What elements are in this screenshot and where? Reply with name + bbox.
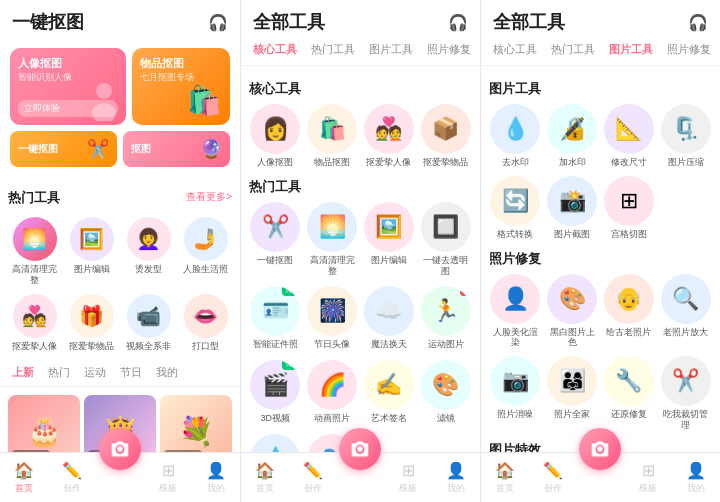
tab-mine[interactable]: 我的 bbox=[152, 363, 182, 382]
nav-template[interactable]: ⊞ 模板 bbox=[144, 460, 192, 495]
tool-goods-cutout[interactable]: 🛍️ 物品抠图 bbox=[306, 104, 359, 168]
tool-circle: ✂️ bbox=[661, 356, 711, 406]
nav-home[interactable]: 🏠 首页 bbox=[0, 460, 48, 495]
tool-compress[interactable]: 🗜️ 图片压缩 bbox=[659, 104, 712, 168]
portrait-banner[interactable]: 人像抠图 智能识别人像 立即体验 bbox=[10, 48, 126, 125]
tool-festival-avatar[interactable]: 🎆 节日头像 bbox=[306, 286, 359, 350]
tool-item[interactable]: 💑 抠爱挚人像 bbox=[8, 294, 61, 352]
cutout-banner[interactable]: 一键抠图 ✂️ bbox=[10, 131, 117, 167]
nav3-profile[interactable]: 👤 我的 bbox=[672, 460, 720, 495]
panel3-title: 全部工具 bbox=[493, 10, 565, 34]
tool-love-goods[interactable]: 📦 抠爱挚物品 bbox=[419, 104, 472, 168]
nav2-edit[interactable]: ✏️ 创作 bbox=[289, 460, 337, 495]
nav3-edit[interactable]: ✏️ 创作 bbox=[529, 460, 577, 495]
tool-3d[interactable]: 🎬 免费 3D视频 bbox=[249, 360, 302, 424]
camera-fab-3[interactable] bbox=[579, 428, 621, 470]
hot-tools-grid: 🌅 高清清理完整 🖼️ 图片编辑 👩‍🦱 烫发型 🤳 人 bbox=[8, 217, 232, 351]
tool-emoji: 💑 bbox=[375, 116, 402, 142]
tool-circle: ⊞ bbox=[604, 176, 654, 226]
tab-hot[interactable]: 热门 bbox=[44, 363, 74, 382]
tool-emoji: 📹 bbox=[136, 304, 161, 328]
see-more-link[interactable]: 查看更多> bbox=[186, 190, 232, 204]
nav3-home[interactable]: 🏠 首页 bbox=[481, 460, 529, 495]
tool-anim-photo[interactable]: 🌈 动画照片 bbox=[306, 360, 359, 424]
tab-festival[interactable]: 节日 bbox=[116, 363, 146, 382]
nav-edit[interactable]: ✏️ 创作 bbox=[48, 460, 96, 495]
tool-add-watermark[interactable]: 🔏 加水印 bbox=[546, 104, 599, 168]
tool-format[interactable]: 🔄 格式转换 bbox=[489, 176, 542, 240]
tool-restore[interactable]: 🔧 还原修复 bbox=[603, 356, 656, 431]
tool-item[interactable]: 👩‍🦱 烫发型 bbox=[122, 217, 175, 286]
tool-circle: 🖼️ bbox=[70, 217, 114, 261]
tab2-core[interactable]: 核心工具 bbox=[249, 40, 301, 59]
nav2-profile[interactable]: 👤 我的 bbox=[432, 460, 480, 495]
nav2-home[interactable]: 🏠 首页 bbox=[241, 460, 289, 495]
headphone-icon-2[interactable]: 🎧 bbox=[448, 12, 468, 32]
tool-art-sign[interactable]: ✍️ 艺术签名 bbox=[363, 360, 416, 424]
bottom-nav-2: 🏠 首页 ✏️ 创作 ⊞ 模板 👤 我的 bbox=[241, 452, 480, 502]
tool-filter[interactable]: 🎨 滤镜 bbox=[419, 360, 472, 424]
tool-onecutout[interactable]: ✂️ 一键抠图 bbox=[249, 202, 302, 277]
tool-label: 3D视频 bbox=[261, 413, 291, 424]
tool-id-photo[interactable]: 🪪 免费 智能证件照 bbox=[249, 286, 302, 350]
tool-circle: 🔏 bbox=[547, 104, 597, 154]
tool-old-photo[interactable]: 👴 给古老照片 bbox=[603, 274, 656, 349]
tab3-core[interactable]: 核心工具 bbox=[489, 40, 541, 59]
tool-crop[interactable]: ✂️ 吃我裁切管理 bbox=[659, 356, 712, 431]
tool-emoji: 🔧 bbox=[615, 368, 642, 394]
nav2-template[interactable]: ⊞ 模板 bbox=[384, 460, 432, 495]
tool-remove-watermark[interactable]: 💧 去水印 bbox=[489, 104, 542, 168]
camera-fab-1[interactable] bbox=[99, 428, 141, 470]
tool-emoji: 🔏 bbox=[559, 116, 586, 142]
core-tools-grid: 👩 人像抠图 🛍️ 物品抠图 💑 抠爱挚人像 📦 抠爱挚物品 bbox=[249, 104, 472, 168]
tool-item[interactable]: 🎁 抠爱挚物品 bbox=[65, 294, 118, 352]
tool-family[interactable]: 👨‍👩‍👧 照片全家 bbox=[546, 356, 599, 431]
tool-transparent[interactable]: 🔲 一键去透明图 bbox=[419, 202, 472, 277]
tool-item[interactable]: 🤳 人脸生活照 bbox=[179, 217, 232, 286]
tool-label: 滤镜 bbox=[437, 413, 455, 424]
tool-item[interactable]: 🖼️ 图片编辑 bbox=[65, 217, 118, 286]
tool-circle: 💑 bbox=[13, 294, 57, 338]
tool-item[interactable]: 📹 视频全系非 bbox=[122, 294, 175, 352]
tool-item[interactable]: 👄 打口型 bbox=[179, 294, 232, 352]
tool-colorize[interactable]: 🎨 黑白图片上色 bbox=[546, 274, 599, 349]
nav-profile[interactable]: 👤 我的 bbox=[192, 460, 240, 495]
tab2-hot[interactable]: 热门工具 bbox=[307, 40, 359, 59]
tool-circle: 🎆 bbox=[307, 286, 357, 336]
tool-face-enhance[interactable]: 👤 人脸美化渲染 bbox=[489, 274, 542, 349]
tool-resize[interactable]: 📐 修改尺寸 bbox=[603, 104, 656, 168]
tab3-restore[interactable]: 照片修复 bbox=[663, 40, 715, 59]
nav3-template[interactable]: ⊞ 模板 bbox=[624, 460, 672, 495]
tool-label: 人脸生活照 bbox=[183, 264, 228, 275]
tool-grid-cut[interactable]: ⊞ 宫格切图 bbox=[603, 176, 656, 240]
tool-screenshot[interactable]: 📸 图片截图 bbox=[546, 176, 599, 240]
headphone-icon-1[interactable]: 🎧 bbox=[208, 12, 228, 32]
tab-sport[interactable]: 运动 bbox=[80, 363, 110, 382]
tab-new[interactable]: 上新 bbox=[8, 363, 38, 382]
camera-fab-2[interactable] bbox=[339, 428, 381, 470]
tool-hd[interactable]: 🌅 高清清理完整 bbox=[306, 202, 359, 277]
tool-circle: 📹 bbox=[127, 294, 171, 338]
tool-love-portrait[interactable]: 💑 抠爱挚人像 bbox=[363, 104, 416, 168]
tool-enlarge[interactable]: 🔍 老照片放大 bbox=[659, 274, 712, 349]
tool-sport[interactable]: 🏃 热 运动图片 bbox=[419, 286, 472, 350]
tool-label: 修改尺寸 bbox=[611, 157, 647, 168]
tool-emoji: 💑 bbox=[22, 304, 47, 328]
headphone-icon-3[interactable]: 🎧 bbox=[688, 12, 708, 32]
tool-circle: 🔧 bbox=[604, 356, 654, 406]
goods-banner[interactable]: 物品抠图 七月抠图专场 🛍️ bbox=[132, 48, 230, 125]
tab3-img[interactable]: 图片工具 bbox=[605, 40, 657, 59]
tool-denoise[interactable]: 📷 照片消噪 bbox=[489, 356, 542, 431]
tool-portrait-cutout[interactable]: 👩 人像抠图 bbox=[249, 104, 302, 168]
tab2-img[interactable]: 图片工具 bbox=[365, 40, 417, 59]
tool-img-edit[interactable]: 🖼️ 图片编辑 bbox=[363, 202, 416, 277]
cutout2-banner[interactable]: 抠图 🔮 bbox=[123, 131, 230, 167]
tool-sky[interactable]: ☁️ 魔法换天 bbox=[363, 286, 416, 350]
nav-home-label: 首页 bbox=[15, 482, 33, 495]
free-badge: 免费 bbox=[282, 286, 300, 296]
tool-circle: 🌅 bbox=[13, 217, 57, 261]
tab3-hot[interactable]: 热门工具 bbox=[547, 40, 599, 59]
tool-item[interactable]: 🌅 高清清理完整 bbox=[8, 217, 61, 286]
tab2-restore[interactable]: 照片修复 bbox=[423, 40, 475, 59]
birthday-emoji: 🎂 bbox=[27, 415, 62, 448]
